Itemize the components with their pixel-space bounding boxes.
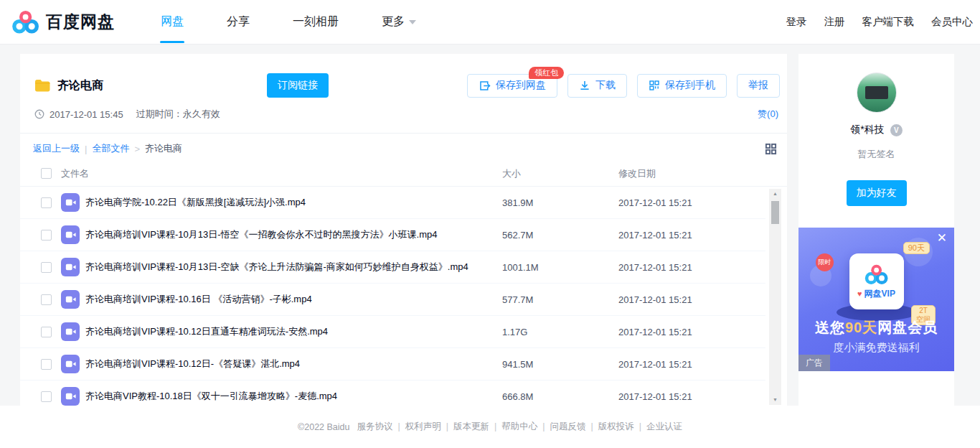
owner-sidebar: 领*科技 V 暂无签名 加为好友 ✕ ♥ 网盘VIP 90天 2T	[798, 54, 954, 406]
share-title: 齐论电商	[57, 78, 103, 93]
download-button[interactable]: 下载	[567, 74, 627, 98]
share-header: 齐论电商 订阅链接 保存到网盘 领红包	[20, 54, 787, 97]
member-center-link[interactable]: 会员中心	[931, 15, 973, 29]
file-name[interactable]: 齐论电商培训VIP课程-10月13日-悟空《一招教会你永不过时的黑搜方法》小班课…	[85, 228, 502, 241]
download-icon	[579, 80, 590, 91]
table-row[interactable]: 齐论电商培训VIP课程-10.12日-《答疑课》湛北.mp4 941.5M 20…	[20, 348, 765, 381]
file-table-header: 文件名 大小 修改日期	[20, 161, 787, 187]
breadcrumb-back-link[interactable]: 返回上一级	[33, 142, 80, 155]
register-link[interactable]: 注册	[824, 15, 845, 29]
select-all-checkbox[interactable]	[41, 168, 52, 179]
grid-view-toggle-icon[interactable]	[765, 143, 777, 155]
row-checkbox[interactable]	[41, 359, 52, 370]
ad-vip-card: ♥ 网盘VIP	[849, 253, 904, 309]
share-actions: 保存到网盘 领红包 下载	[467, 74, 780, 98]
chevron-down-icon	[409, 20, 416, 24]
report-button[interactable]: 举报	[737, 74, 780, 98]
file-date: 2017-12-01 15:21	[618, 230, 765, 241]
file-date: 2017-12-01 15:21	[618, 197, 765, 208]
scroll-down-arrow-icon[interactable]: ▼	[769, 395, 781, 405]
video-file-icon	[61, 290, 80, 309]
footer-link-enterprise[interactable]: 企业认证	[634, 421, 682, 433]
file-name[interactable]: 齐论电商VIP教程-10.18日《双十一引流暴增攻略》-麦德.mp4	[85, 390, 502, 403]
share-main-panel: 齐论电商 订阅链接 保存到网盘 领红包	[20, 54, 787, 406]
file-date: 2017-12-01 15:21	[618, 262, 765, 273]
table-row[interactable]: 齐论电商VIP教程-10.18日《双十一引流暴增攻略》-麦德.mp4 666.8…	[20, 381, 765, 407]
vip-ad-banner[interactable]: ✕ ♥ 网盘VIP 90天 2T空间 限时 送您90天网盘会员 度小满免费送福利	[798, 228, 954, 371]
like-link[interactable]: 赞(0)	[758, 108, 778, 121]
file-name[interactable]: 齐论电商学院-10.22日《新版黑搜[递减玩法]小强.mp4	[85, 196, 502, 209]
login-link[interactable]: 登录	[786, 15, 807, 29]
footer-link-service[interactable]: 服务协议	[357, 421, 392, 433]
copyright-text: ©2022 Baidu	[298, 422, 349, 432]
owner-username: 领*科技	[850, 123, 884, 136]
row-checkbox[interactable]	[41, 294, 52, 305]
row-checkbox[interactable]	[41, 197, 52, 208]
file-name[interactable]: 齐论电商培训VIP课程-10.12日直通车精准词玩法-安然.mp4	[85, 325, 502, 338]
breadcrumb: 返回上一级 | 全部文件 > 齐论电商	[20, 134, 787, 161]
subscribe-link-button[interactable]: 订阅链接	[267, 73, 329, 98]
column-date-label: 修改日期	[618, 167, 787, 180]
list-scrollbar[interactable]: ▲ ▼	[769, 189, 781, 405]
row-checkbox[interactable]	[41, 230, 52, 241]
ad-subheadline: 度小满免费送福利	[798, 341, 954, 355]
file-name[interactable]: 齐论电商培训VIP课程-10.12日-《答疑课》湛北.mp4	[85, 358, 502, 370]
ad-headline: 送您90天网盘会员	[798, 318, 954, 337]
breadcrumb-current: 齐论电商	[145, 142, 182, 155]
row-checkbox[interactable]	[41, 391, 52, 402]
add-friend-button[interactable]: 加为好友	[847, 180, 907, 206]
footer-link-version[interactable]: 版本更新	[441, 421, 489, 433]
file-date: 2017-12-01 15:21	[618, 294, 765, 305]
file-name[interactable]: 齐论电商培训VIP课程-10月13日-空缺《齐论上升法防骗篇-商家如何巧妙维护自…	[85, 261, 502, 274]
vip-v-badge-icon: V	[890, 124, 903, 136]
brand-logo[interactable]: 百度网盘	[11, 9, 115, 35]
brand-title: 百度网盘	[46, 11, 115, 33]
avatar	[857, 73, 897, 113]
page-footer: ©2022 Baidu 服务协议 权利声明 版本更新 帮助中心 问题反馈 版权投…	[0, 406, 980, 448]
row-checkbox[interactable]	[41, 327, 52, 337]
nav-tab-netdisk[interactable]: 网盘	[159, 10, 185, 34]
ad-90days-badge: 90天	[903, 242, 930, 254]
table-row[interactable]: 齐论电商培训VIP课程-10.16日 《活动营销》-子彬.mp4 577.7M …	[20, 284, 765, 316]
file-size: 381.9M	[502, 197, 618, 208]
row-checkbox[interactable]	[41, 262, 52, 273]
save-to-phone-button[interactable]: 保存到手机	[637, 74, 727, 98]
nav-tab-more[interactable]: 更多	[380, 10, 418, 34]
file-date: 2017-12-01 15:21	[618, 391, 765, 402]
file-size: 577.7M	[502, 294, 618, 305]
footer-link-feedback[interactable]: 问题反馈	[537, 421, 585, 433]
save-to-netdisk-icon	[479, 80, 491, 92]
clock-icon	[34, 109, 44, 119]
file-name[interactable]: 齐论电商培训VIP课程-10.16日 《活动营销》-子彬.mp4	[85, 293, 502, 306]
footer-link-help[interactable]: 帮助中心	[489, 421, 537, 433]
baidu-netdisk-cloud-icon	[864, 263, 889, 286]
video-file-icon	[61, 355, 80, 373]
table-row[interactable]: 齐论电商学院-10.22日《新版黑搜[递减玩法]小强.mp4 381.9M 20…	[20, 187, 765, 219]
table-row[interactable]: 齐论电商培训VIP课程-10月13日-空缺《齐论上升法防骗篇-商家如何巧妙维护自…	[20, 251, 765, 284]
qr-code-icon	[649, 80, 660, 91]
file-list: 齐论电商学院-10.22日《新版黑搜[递减玩法]小强.mp4 381.9M 20…	[20, 187, 787, 407]
close-icon[interactable]: ✕	[937, 232, 947, 244]
table-row[interactable]: 齐论电商培训VIP课程-10.12日直通车精准词玩法-安然.mp4 1.17G …	[20, 316, 765, 348]
scrollbar-thumb[interactable]	[771, 201, 779, 224]
account-links: 登录 注册 客户端下载 会员中心	[786, 15, 974, 29]
content-area: 齐论电商 订阅链接 保存到网盘 领红包	[0, 45, 980, 406]
breadcrumb-all-files-link[interactable]: 全部文件	[92, 142, 129, 155]
file-size: 941.5M	[502, 359, 618, 370]
nav-tab-album[interactable]: 一刻相册	[291, 10, 340, 34]
red-packet-badge: 领红包	[529, 67, 564, 79]
column-size-label: 大小	[502, 167, 618, 180]
save-to-netdisk-button[interactable]: 保存到网盘 领红包	[467, 74, 557, 98]
footer-link-rights[interactable]: 权利声明	[392, 421, 440, 433]
folder-icon	[34, 79, 50, 92]
nav-tab-share[interactable]: 分享	[225, 10, 251, 34]
footer-link-copyright-complaint[interactable]: 版权投诉	[585, 421, 633, 433]
baidu-netdisk-cloud-icon	[11, 9, 40, 35]
scroll-up-arrow-icon[interactable]: ▲	[769, 189, 781, 199]
client-download-link[interactable]: 客户端下载	[862, 15, 915, 29]
owner-name-row: 领*科技 V	[850, 123, 902, 136]
table-row[interactable]: 齐论电商培训VIP课程-10月13日-悟空《一招教会你永不过时的黑搜方法》小班课…	[20, 219, 765, 251]
heart-v-icon: ♥	[857, 289, 862, 298]
file-size: 666.8M	[502, 391, 618, 402]
column-name-label: 文件名	[61, 167, 89, 180]
